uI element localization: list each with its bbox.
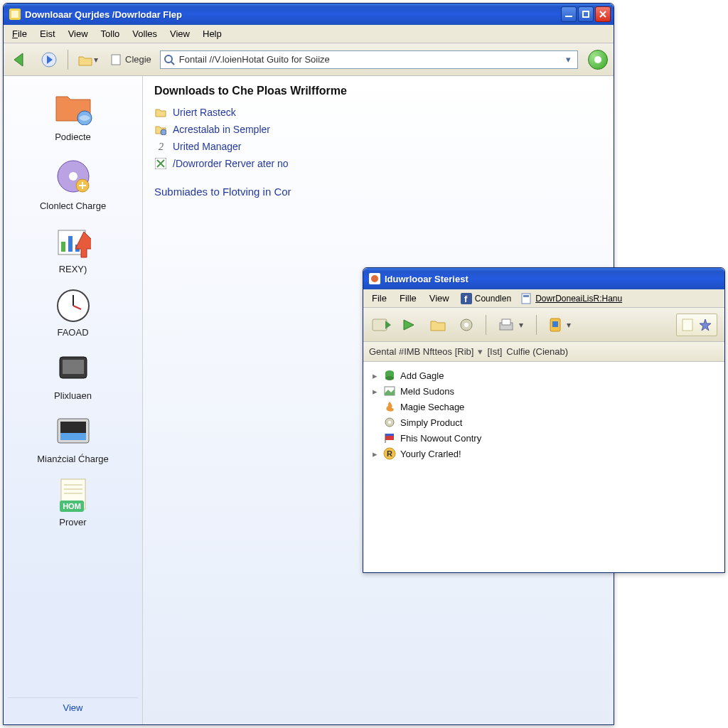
tb2-forward[interactable] (399, 314, 420, 336)
svg-rect-39 (523, 295, 529, 297)
chevron-down-icon: ▾ (92, 56, 100, 63)
toolbar-main: ▾ Clegie Fontail //V.loienHotat Guito fo… (4, 43, 614, 76)
address-dropdown-icon[interactable]: ▾ (562, 54, 574, 65)
expand-icon[interactable]: ▸ (370, 386, 379, 397)
link-dowrorder[interactable]: /Dowrorder Rerver ater no (154, 157, 602, 170)
sidebar-label: Mianżcial Ćharge (37, 454, 108, 464)
page-icon (521, 293, 532, 304)
sidebar-item-clonlect[interactable]: Clonlect Charge (8, 152, 138, 218)
menu-help[interactable]: Help (197, 27, 228, 41)
sidebar-label: REXY) (59, 264, 87, 274)
window-title-secondary: Iduwrlooar Steriest (385, 274, 722, 284)
tree-pane: ▸ Add Gagle ▸ Meld Sudons Magie Sechage … (363, 362, 724, 572)
tb2-apps[interactable]: ▾ (545, 316, 575, 334)
tree-item[interactable]: ▸ R Yourly Crarled! (370, 446, 717, 461)
expand-icon[interactable]: ▸ (370, 449, 379, 459)
tree-item[interactable]: Magie Sechage (370, 399, 717, 414)
svg-rect-44 (502, 319, 510, 325)
search-icon (164, 54, 175, 65)
sidebar-item-faoad[interactable]: FAOAD (8, 284, 138, 345)
address-bar[interactable]: Fontail //V.loienHotat Guito for Soiize … (160, 50, 578, 69)
clegie-label-group[interactable]: Clegie (111, 54, 151, 65)
crumb-a[interactable]: Gental #IMB Nftteos [Rib] (369, 346, 473, 357)
svg-point-6 (165, 55, 172, 63)
folder-icon (78, 54, 90, 65)
crumb-c[interactable]: Culfie (Cienab) (506, 346, 568, 357)
expand-icon[interactable]: ▸ (370, 370, 379, 381)
menu-volles[interactable]: Volles (127, 27, 163, 41)
svg-point-53 (388, 421, 391, 424)
svg-rect-21 (63, 360, 84, 374)
go-button[interactable] (588, 50, 608, 70)
menu2-view[interactable]: View (424, 291, 455, 305)
link-label: Uriert Rasteck (173, 107, 236, 118)
menu2-dowrdoneal[interactable]: DowrDoneaiLisR:Hanu (517, 291, 626, 306)
menu2-coundlen-label: Coundlen (475, 294, 511, 304)
document-hom-icon: HOM (55, 477, 92, 514)
sidebar-label: Prover (59, 517, 86, 528)
close-button[interactable] (595, 6, 611, 22)
svg-rect-46 (552, 321, 558, 327)
menu-view2[interactable]: View (164, 27, 196, 41)
gear-icon (383, 416, 396, 429)
svg-point-8 (594, 56, 601, 63)
tree-item[interactable]: ▸ Meld Sudons (370, 383, 717, 399)
chevron-down-icon: ▾ (565, 321, 572, 328)
breadcrumb-bar: Gental #IMB Nftteos [Rib] ▾ [Ist] Culfie… (363, 342, 724, 362)
menubar-main: File Eist View Tollo Volles View Help (4, 25, 614, 43)
menu2-fille[interactable]: Fille (394, 291, 422, 305)
registered-icon: R (383, 447, 396, 460)
titlebar-main[interactable]: Downloaar Qurjdes /Dowrlodar Flep (4, 4, 614, 25)
sidebar-item-plixluaen[interactable]: Plixluaen (8, 348, 138, 408)
tree-item[interactable]: Simply Product (370, 414, 717, 430)
menu-file[interactable]: File (6, 27, 33, 41)
tb2-settings[interactable] (456, 314, 477, 336)
menu2-dowrdoneal-label: DowrDoneaiLisR:Hanu (535, 294, 622, 304)
sidebar-item-prover[interactable]: HOM Prover (8, 474, 138, 535)
menu2-file[interactable]: File (366, 291, 392, 305)
page-heading: Downloads to Che Ploas Wrilfforme (154, 85, 602, 97)
menu-view[interactable]: View (63, 27, 94, 41)
sidebar-label: FAOAD (57, 327, 88, 338)
tb2-print[interactable]: ▾ (495, 316, 528, 334)
sidebar-item-rexy[interactable]: REXY) (8, 221, 138, 282)
menu-eist[interactable]: Eist (34, 27, 61, 41)
link-urited-manager[interactable]: 2 Urited Manager (154, 140, 602, 153)
link-uriert[interactable]: Uriert Rasteck (154, 106, 602, 119)
titlebar-secondary[interactable]: Iduwrlooar Steriest (363, 268, 724, 289)
svg-rect-2 (565, 16, 572, 17)
tb2-back[interactable] (370, 314, 392, 336)
svg-rect-15 (68, 236, 73, 252)
device-icon (55, 350, 92, 387)
link-label: Acrestalab in Sempler (173, 124, 270, 135)
crumb-b[interactable]: [Ist] (487, 346, 502, 357)
sidebar-item-mianzcial[interactable]: Mianżcial Ćharge (8, 411, 138, 471)
page-icon (111, 54, 122, 65)
svg-point-35 (371, 275, 378, 282)
svg-rect-3 (583, 11, 589, 17)
number-icon: 2 (154, 140, 167, 153)
minimize-button[interactable] (561, 6, 577, 22)
tb2-folder[interactable] (427, 314, 449, 336)
forward-button[interactable] (38, 48, 60, 71)
back-button[interactable] (9, 48, 32, 71)
svg-text:R: R (387, 449, 392, 458)
app-icon-secondary (369, 273, 380, 284)
toolbar-divider (68, 50, 68, 70)
folders-button[interactable]: ▾ (75, 53, 102, 67)
tb2-favorites[interactable] (676, 314, 717, 336)
sidebar-item-podiecte[interactable]: Podiecte (8, 83, 138, 149)
sidebar-footer-view[interactable]: View (8, 697, 138, 717)
tree-item[interactable]: ▸ Add Gagle (370, 368, 717, 383)
link-acrestalab[interactable]: Acrestalab in Sempler (154, 123, 602, 136)
svg-text:2: 2 (159, 141, 164, 152)
maximize-button[interactable] (578, 6, 594, 22)
menu-tollo[interactable]: Tollo (95, 27, 126, 41)
fire-icon (383, 400, 396, 413)
menu2-coundlen[interactable]: f Coundlen (456, 291, 515, 306)
page-icon (681, 318, 694, 332)
chevron-down-icon[interactable]: ▾ (478, 346, 483, 357)
tree-item[interactable]: Fhis Nowout Contry (370, 430, 717, 446)
flag-icon (383, 432, 396, 444)
svg-rect-1 (11, 11, 18, 18)
